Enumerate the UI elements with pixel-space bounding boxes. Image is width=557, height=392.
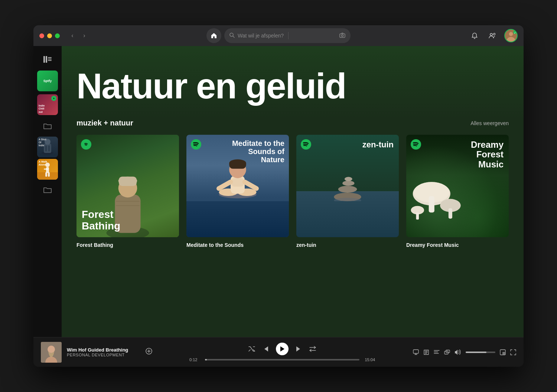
svg-rect-2 xyxy=(340,34,345,37)
svg-point-48 xyxy=(338,186,357,193)
card-title-meditate: Meditate to the Sounds xyxy=(186,242,244,248)
right-controls: ✓ xyxy=(469,29,518,42)
friends-button[interactable] xyxy=(486,30,498,42)
progress-fill xyxy=(205,359,207,360)
svg-rect-59 xyxy=(416,212,419,219)
svg-rect-57 xyxy=(449,208,452,219)
svg-rect-14 xyxy=(48,60,52,61)
card-title-dreamy-forest: Dreamy Forest Music xyxy=(406,242,459,248)
time-current: 0:12 xyxy=(189,357,201,362)
svg-point-49 xyxy=(342,181,354,186)
svg-rect-67 xyxy=(502,352,505,355)
search-placeholder: Wat wil je afspelen? xyxy=(238,33,284,39)
svg-rect-12 xyxy=(48,57,52,58)
svg-rect-34 xyxy=(116,205,140,206)
notifications-button[interactable] xyxy=(469,30,481,42)
svg-rect-63 xyxy=(413,350,418,353)
svg-rect-21 xyxy=(37,172,58,180)
time-total: 15:04 xyxy=(363,357,375,362)
svg-rect-13 xyxy=(48,59,52,59)
svg-text:✓: ✓ xyxy=(514,32,516,34)
svg-point-5 xyxy=(494,33,495,35)
back-button[interactable]: ‹ xyxy=(67,30,78,41)
title-bar: ‹ › Wat wil je afspelen? xyxy=(33,25,524,46)
now-playing-title: Wim Hof Guided Breathing xyxy=(67,347,140,353)
sidebar-folder-2[interactable] xyxy=(37,181,58,199)
home-button[interactable] xyxy=(206,28,221,43)
queue-button[interactable] xyxy=(434,349,440,355)
svg-point-4 xyxy=(490,33,492,36)
now-playing-info: Wim Hof Guided Breathing PERSONAL DEVELO… xyxy=(67,347,140,357)
svg-rect-26 xyxy=(48,172,50,177)
sidebar-item-spotify[interactable]: Sptfy xyxy=(37,71,58,91)
main-content: Natuur en geluid muziek + natuur Alles w… xyxy=(62,46,524,337)
spotify-badge-forest xyxy=(81,139,91,150)
forward-button[interactable]: › xyxy=(79,30,89,41)
svg-line-1 xyxy=(233,36,234,37)
mini-player-button[interactable] xyxy=(500,349,506,355)
svg-line-44 xyxy=(219,182,231,189)
fullscreen-button[interactable] xyxy=(510,349,516,355)
next-button[interactable] xyxy=(296,346,302,352)
now-playing-left: Wim Hof Guided Breathing PERSONAL DEVELO… xyxy=(41,342,152,363)
sidebar-item-shot-of-indie[interactable]: A ShotOfIndie xyxy=(37,137,58,157)
svg-line-45 xyxy=(245,182,257,189)
card-forest-bathing[interactable]: ForestBathing Forest Bathing xyxy=(76,135,179,248)
card-zen-tuin[interactable]: zen-tuin zen-tuin xyxy=(296,135,399,248)
volume-slider[interactable] xyxy=(466,352,495,353)
card-image-dreamy-forest: DreamyForestMusic xyxy=(406,135,509,237)
search-bar[interactable]: Wat wil je afspelen? xyxy=(224,28,351,43)
playback-center: 0:12 15:04 xyxy=(152,343,412,362)
hero-title: Natuur en geluid xyxy=(76,68,509,104)
card-image-forest-bathing: ForestBathing xyxy=(76,135,179,237)
svg-point-50 xyxy=(345,177,352,182)
minimize-button[interactable] xyxy=(47,33,52,38)
card-title-zen-tuin: zen-tuin xyxy=(296,242,316,248)
now-playing-bar: Wim Hof Guided Breathing PERSONAL DEVELO… xyxy=(33,337,524,367)
svg-rect-24 xyxy=(44,169,48,170)
now-playing-right xyxy=(412,349,516,355)
now-playing-view-button[interactable] xyxy=(413,349,419,355)
mac-window: ‹ › Wat wil je afspelen? xyxy=(33,25,524,367)
lyrics-button[interactable] xyxy=(423,349,429,355)
nav-buttons: ‹ › xyxy=(67,30,89,41)
see-all-button[interactable]: Alles weergeven xyxy=(470,120,509,126)
traffic-lights xyxy=(39,33,60,38)
connect-devices-button[interactable] xyxy=(444,349,450,355)
avatar[interactable]: ✓ xyxy=(504,29,518,42)
close-button[interactable] xyxy=(39,33,44,38)
shuffle-button[interactable] xyxy=(248,346,255,352)
svg-rect-25 xyxy=(45,172,47,177)
card-image-zen-tuin: zen-tuin xyxy=(296,135,399,237)
card-title-forest-bathing: Forest Bathing xyxy=(76,242,113,248)
svg-rect-33 xyxy=(116,201,140,202)
sidebar-library-button[interactable] xyxy=(37,50,58,68)
svg-rect-32 xyxy=(119,177,137,186)
progress-bar[interactable]: 0:12 15:04 xyxy=(189,357,375,362)
sidebar: Sptfy IndieChillout xyxy=(33,46,62,337)
spotify-badge-meditate xyxy=(191,139,201,151)
section-header: muziek + natuur Alles weergeven xyxy=(62,119,524,127)
card-meditate[interactable]: Meditate to theSounds of Nature Meditate… xyxy=(186,135,289,248)
sidebar-item-indie-chillout[interactable]: IndieChillout xyxy=(37,94,58,115)
maximize-button[interactable] xyxy=(55,33,60,38)
svg-rect-20 xyxy=(48,146,50,151)
sidebar-item-walk-alone[interactable]: A WalkAlone xyxy=(37,159,58,180)
now-playing-thumbnail xyxy=(41,342,62,363)
volume-icon[interactable] xyxy=(455,349,461,355)
add-to-library-button[interactable] xyxy=(146,348,152,356)
svg-rect-23 xyxy=(46,167,49,173)
app-body: Sptfy IndieChillout xyxy=(33,46,524,337)
repeat-button[interactable] xyxy=(309,346,316,352)
progress-track[interactable] xyxy=(205,359,359,360)
svg-rect-55 xyxy=(429,196,434,212)
previous-button[interactable] xyxy=(263,346,268,352)
card-image-meditate: Meditate to theSounds of Nature xyxy=(186,135,289,237)
svg-rect-40 xyxy=(232,178,244,187)
card-dreamy-forest[interactable]: DreamyForestMusic Dreamy Forest Music xyxy=(406,135,509,248)
sidebar-folder-1[interactable] xyxy=(37,117,58,135)
volume-fill xyxy=(466,352,486,353)
playback-controls xyxy=(248,343,316,355)
svg-rect-10 xyxy=(43,56,45,63)
play-pause-button[interactable] xyxy=(276,343,289,355)
